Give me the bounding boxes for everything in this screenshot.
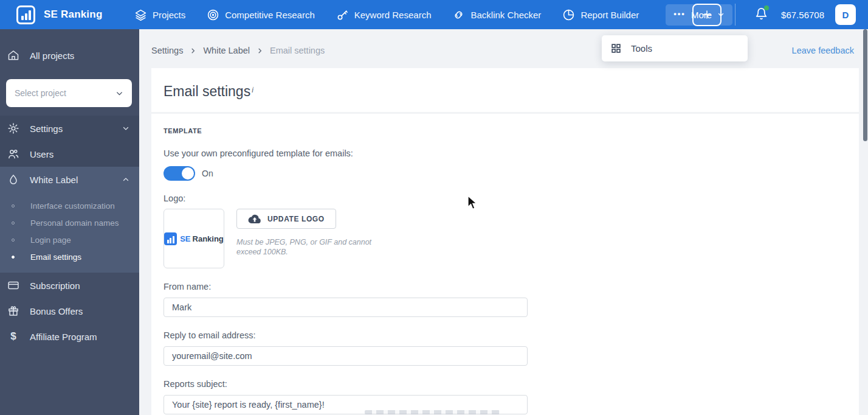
link-icon bbox=[453, 9, 464, 21]
from-name-label: From name: bbox=[164, 282, 859, 291]
sidebar-item-users[interactable]: Users bbox=[0, 141, 139, 167]
nav-right-cluster: $67.56708 D bbox=[692, 0, 868, 29]
sidebar-subitem-label: Personal domain names bbox=[30, 218, 119, 228]
vertical-scrollbar[interactable] bbox=[863, 29, 867, 141]
logo-preview: SE Ranking bbox=[164, 209, 224, 268]
sidebar-subitem-label: Login page bbox=[30, 235, 71, 245]
sidebar-item-settings[interactable]: Settings bbox=[0, 116, 139, 141]
sidebar-item-interface-customization[interactable]: Interface customization bbox=[0, 197, 139, 214]
gift-icon bbox=[7, 305, 19, 317]
card-header: Email settingsi bbox=[151, 68, 859, 114]
card-body: TEMPLATE Use your own preconfigured temp… bbox=[151, 114, 859, 414]
nav-item-keyword-research[interactable]: Keyword Research bbox=[337, 9, 432, 21]
nav-item-label: Keyword Research bbox=[354, 10, 432, 20]
grid-icon bbox=[611, 43, 621, 54]
sidebar-subitem-label: Interface customization bbox=[30, 201, 115, 211]
nav-item-report-builder[interactable]: Report Builder bbox=[563, 9, 639, 21]
info-icon[interactable]: i bbox=[252, 86, 253, 94]
toggle-knob bbox=[182, 167, 194, 180]
sidebar-item-bonus-offers[interactable]: Bonus Offers bbox=[0, 298, 139, 324]
home-icon bbox=[7, 49, 19, 61]
cloud-upload-icon bbox=[248, 214, 261, 224]
project-select[interactable]: Select project bbox=[6, 79, 132, 107]
sidebar-subitem-label: Email settings bbox=[30, 253, 81, 262]
reply-email-input[interactable] bbox=[164, 346, 528, 366]
menu-item-tools[interactable]: Tools bbox=[631, 43, 652, 54]
chevron-up-icon bbox=[122, 176, 129, 183]
bullet-icon bbox=[12, 239, 15, 242]
logo-text-ranking: Ranking bbox=[193, 234, 224, 243]
sidebar-item-subscription[interactable]: Subscription bbox=[0, 273, 139, 298]
update-logo-label: UPDATE LOGO bbox=[267, 215, 325, 223]
layers-icon bbox=[135, 9, 146, 21]
chevron-down-icon bbox=[115, 89, 123, 97]
se-ranking-logo-icon bbox=[16, 5, 35, 24]
nav-item-label: Report Builder bbox=[580, 10, 639, 20]
plus-icon bbox=[701, 9, 712, 20]
sidebar-item-label: Affiliate Program bbox=[30, 332, 97, 342]
clipped-text-artifact bbox=[365, 410, 500, 414]
update-logo-button[interactable]: UPDATE LOGO bbox=[236, 209, 336, 229]
chevron-right-icon bbox=[190, 47, 196, 54]
notification-dot bbox=[764, 5, 769, 10]
nav-item-label: Competitive Research bbox=[225, 10, 315, 20]
nav-item-competitive-research[interactable]: Competitive Research bbox=[207, 9, 315, 21]
nav-item-label: Backlink Checker bbox=[470, 10, 541, 20]
account-balance[interactable]: $67.56708 bbox=[781, 10, 824, 20]
notifications-button[interactable] bbox=[755, 7, 768, 23]
sidebar-item-login-page[interactable]: Login page bbox=[0, 231, 139, 248]
toggle-state-label: On bbox=[202, 169, 213, 178]
sidebar-item-all-projects[interactable]: All projects bbox=[0, 43, 139, 68]
ellipsis-icon: ••• bbox=[673, 9, 686, 18]
sidebar-group-white-label: White Label Interface customization Pers… bbox=[0, 167, 139, 273]
leave-feedback-link[interactable]: Leave feedback bbox=[792, 46, 854, 55]
email-settings-card: Email settingsi TEMPLATE Use your own pr… bbox=[151, 68, 859, 415]
sidebar-item-white-label[interactable]: White Label bbox=[0, 167, 139, 192]
breadcrumb-settings[interactable]: Settings bbox=[151, 46, 183, 55]
pie-chart-icon bbox=[563, 9, 574, 21]
chevron-right-icon bbox=[257, 47, 263, 54]
nav-item-projects[interactable]: Projects bbox=[135, 9, 185, 21]
gear-icon bbox=[7, 122, 19, 134]
se-ranking-logo-icon bbox=[164, 232, 177, 245]
sidebar-item-label: Users bbox=[30, 149, 53, 159]
sidebar-item-email-settings[interactable]: Email settings bbox=[0, 248, 139, 265]
breadcrumb-white-label[interactable]: White Label bbox=[203, 46, 250, 55]
from-name-input[interactable] bbox=[164, 298, 528, 317]
sidebar: All projects Select project Settings Use… bbox=[0, 29, 139, 415]
target-icon bbox=[207, 9, 219, 21]
nav-item-label: Projects bbox=[153, 10, 185, 20]
bullet-icon bbox=[12, 256, 15, 259]
sidebar-item-personal-domain-names[interactable]: Personal domain names bbox=[0, 214, 139, 231]
sidebar-item-label: Settings bbox=[30, 124, 63, 134]
main-content: Settings White Label Email settings Leav… bbox=[139, 29, 868, 415]
logo-label: Logo: bbox=[164, 194, 859, 203]
logo-text-se: SE bbox=[180, 234, 190, 243]
top-navigation: SE Ranking Projects Competitive Research… bbox=[0, 0, 868, 29]
reply-email-label: Reply to email address: bbox=[164, 330, 859, 340]
brand-name: SE Ranking bbox=[44, 9, 102, 21]
template-toggle-label: Use your own preconfigured template for … bbox=[164, 148, 859, 158]
nav-menu: Projects Competitive Research Keyword Re… bbox=[135, 0, 732, 29]
avatar[interactable]: D bbox=[835, 4, 856, 25]
sidebar-item-affiliate-program[interactable]: $ Affiliate Program bbox=[0, 324, 139, 349]
droplet-icon bbox=[7, 173, 19, 186]
sidebar-group-settings: Settings Users bbox=[0, 116, 139, 167]
bullet-icon bbox=[12, 221, 15, 225]
nav-item-backlink-checker[interactable]: Backlink Checker bbox=[453, 9, 541, 21]
breadcrumb: Settings White Label Email settings Leav… bbox=[151, 46, 854, 55]
users-icon bbox=[7, 148, 19, 160]
chevron-down-icon bbox=[122, 125, 129, 132]
more-dropdown-menu: Tools bbox=[602, 35, 748, 61]
nav-divider bbox=[735, 4, 735, 26]
add-button[interactable] bbox=[692, 4, 722, 26]
dollar-icon: $ bbox=[7, 330, 19, 343]
project-select-placeholder: Select project bbox=[15, 88, 66, 98]
key-icon bbox=[337, 9, 348, 21]
bullet-icon bbox=[12, 204, 15, 208]
sidebar-item-label: White Label bbox=[30, 175, 78, 185]
brand[interactable]: SE Ranking bbox=[16, 5, 102, 24]
sidebar-item-label: All projects bbox=[30, 51, 74, 61]
breadcrumb-email-settings: Email settings bbox=[270, 46, 325, 55]
template-toggle[interactable] bbox=[164, 166, 195, 181]
